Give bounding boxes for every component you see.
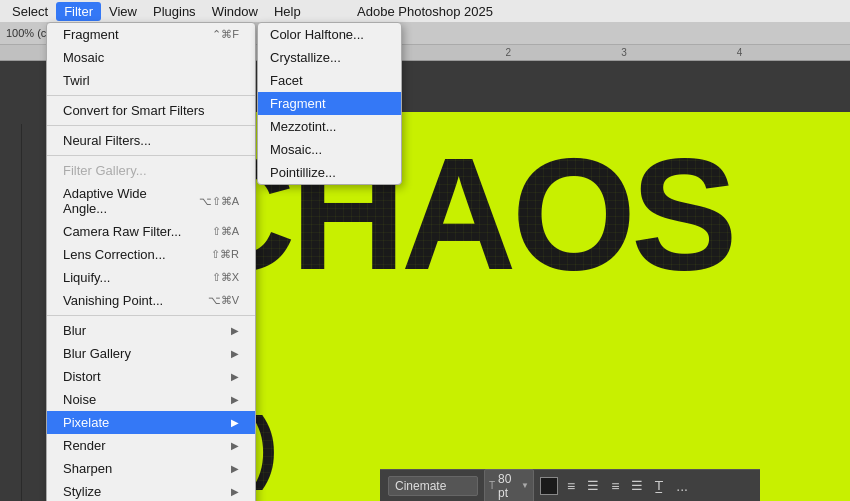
align-justify-button[interactable]: ☰ [628, 476, 646, 495]
font-size-icon: T [489, 480, 495, 491]
more-options-button[interactable]: ... [676, 478, 688, 494]
align-center-button[interactable]: ☰ [584, 476, 602, 495]
font-size-input[interactable]: T 80 pt ▼ [484, 469, 534, 502]
menubar-item-help[interactable]: Help [266, 2, 309, 21]
menu-item-render[interactable]: Render ▶ [47, 434, 255, 457]
menu-item-fragment[interactable]: Fragment ⌃⌘F [47, 23, 255, 46]
menubar-item-plugins[interactable]: Plugins [145, 2, 204, 21]
menu-item-neural-filters[interactable]: Neural Filters... [47, 129, 255, 152]
separator-3 [47, 155, 255, 156]
submenu-item-facet[interactable]: Facet [258, 69, 401, 92]
menu-item-adaptive-wide[interactable]: Adaptive Wide Angle... ⌥⇧⌘A [47, 182, 255, 220]
align-right-button[interactable]: ≡ [608, 476, 622, 496]
align-left-button[interactable]: ≡ [564, 476, 578, 496]
ruler-mark-2: 2 [506, 47, 512, 58]
menu-item-vanishing-point[interactable]: Vanishing Point... ⌥⌘V [47, 289, 255, 312]
ruler-mark-3: 3 [621, 47, 627, 58]
submenu-item-pointillize[interactable]: Pointillize... [258, 161, 401, 184]
menu-item-blur[interactable]: Blur ▶ [47, 319, 255, 342]
menubar: Select Filter View Plugins Window Help A… [0, 0, 850, 22]
menu-item-camera-raw[interactable]: Camera Raw Filter... ⇧⌘A [47, 220, 255, 243]
menu-item-convert-smart[interactable]: Convert for Smart Filters [47, 99, 255, 122]
submenu-item-mezzotint[interactable]: Mezzotint... [258, 115, 401, 138]
menu-item-liquify[interactable]: Liquify... ⇧⌘X [47, 266, 255, 289]
color-swatch[interactable] [540, 477, 558, 495]
ruler-marks: 1 2 3 4 5 [390, 47, 850, 58]
filter-dropdown-menu: Fragment ⌃⌘F Mosaic Twirl Convert for Sm… [46, 22, 256, 501]
ruler-mark-4: 4 [737, 47, 743, 58]
menu-item-mosaic[interactable]: Mosaic [47, 46, 255, 69]
submenu-item-mosaic[interactable]: Mosaic... [258, 138, 401, 161]
menu-item-pixelate[interactable]: Pixelate ▶ [47, 411, 255, 434]
menubar-item-filter[interactable]: Filter [56, 2, 101, 21]
menubar-item-view[interactable]: View [101, 2, 145, 21]
separator-1 [47, 95, 255, 96]
text-warp-button[interactable]: T̲ [652, 476, 666, 495]
menubar-item-window[interactable]: Window [204, 2, 266, 21]
font-selector[interactable]: Cinemate [388, 476, 478, 496]
menu-item-stylize[interactable]: Stylize ▶ [47, 480, 255, 501]
menubar-item-select[interactable]: Select [4, 2, 56, 21]
submenu-item-color-halftone[interactable]: Color Halftone... [258, 23, 401, 46]
separator-2 [47, 125, 255, 126]
menu-item-distort[interactable]: Distort ▶ [47, 365, 255, 388]
pixelate-submenu: Color Halftone... Crystallize... Facet F… [257, 22, 402, 185]
menu-item-blur-gallery[interactable]: Blur Gallery ▶ [47, 342, 255, 365]
menu-item-noise[interactable]: Noise ▶ [47, 388, 255, 411]
submenu-item-fragment[interactable]: Fragment [258, 92, 401, 115]
menu-item-lens-correction[interactable]: Lens Correction... ⇧⌘R [47, 243, 255, 266]
char-panel: Cinemate T 80 pt ▼ ≡ ☰ ≡ ☰ T̲ ... [380, 469, 760, 501]
menu-item-twirl[interactable]: Twirl [47, 69, 255, 92]
left-tool-panel [0, 124, 22, 501]
menu-item-sharpen[interactable]: Sharpen ▶ [47, 457, 255, 480]
app-title: Adobe Photoshop 2025 [357, 4, 493, 19]
separator-4 [47, 315, 255, 316]
menu-item-filter-gallery: Filter Gallery... [47, 159, 255, 182]
submenu-item-crystallize[interactable]: Crystallize... [258, 46, 401, 69]
font-size-value: 80 pt [498, 472, 518, 500]
